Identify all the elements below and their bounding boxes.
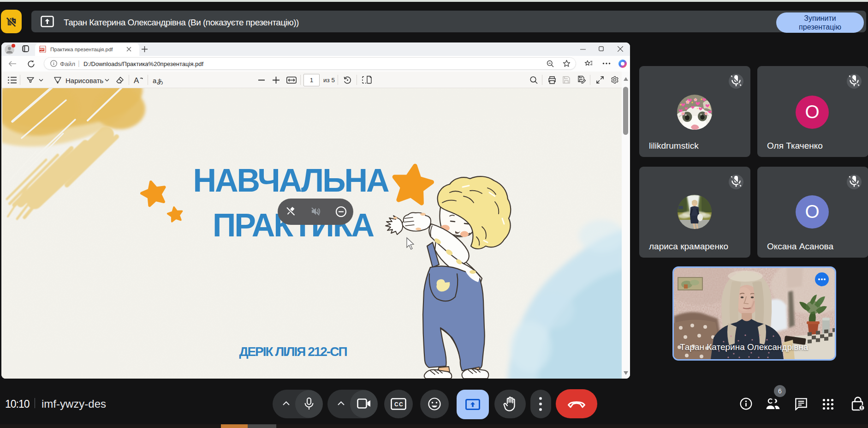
svg-text:A: A <box>134 76 139 85</box>
svg-text:PDF: PDF <box>40 48 44 51</box>
svg-text:C: C <box>399 401 403 408</box>
svg-text:a: a <box>153 77 157 84</box>
svg-text:あ: あ <box>157 78 163 85</box>
svg-text:C: C <box>394 401 398 408</box>
svg-text:НАВЧАЛЬНА: НАВЧАЛЬНА <box>193 163 389 199</box>
svg-text:ДЕРІК ЛІЛІЯ 212-СП: ДЕРІК ЛІЛІЯ 212-СП <box>239 344 347 359</box>
